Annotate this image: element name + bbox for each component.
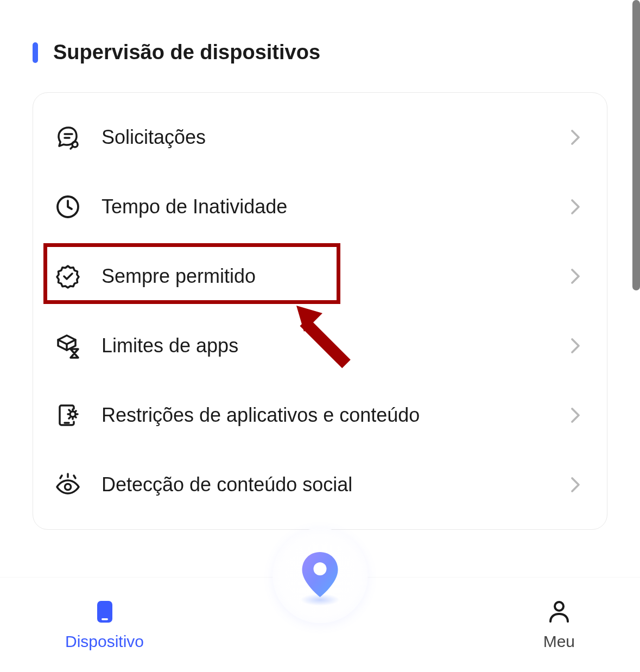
location-fab[interactable] bbox=[273, 528, 367, 623]
svg-point-15 bbox=[314, 562, 327, 575]
clock-icon bbox=[54, 193, 82, 221]
menu-item-content-restrictions[interactable]: Restrições de aplicativos e conteúdo bbox=[33, 381, 607, 450]
chevron-right-icon bbox=[570, 132, 581, 143]
menu-item-downtime[interactable]: Tempo de Inatividade bbox=[33, 172, 607, 242]
header-accent-marker bbox=[33, 42, 38, 63]
svg-point-14 bbox=[555, 602, 563, 611]
menu-item-requests[interactable]: Solicitações bbox=[33, 103, 607, 172]
nav-item-me[interactable]: Meu bbox=[543, 599, 575, 651]
eye-icon bbox=[54, 471, 82, 499]
supervision-menu-card: Solicitações Tempo de Inatividade Sempre… bbox=[33, 92, 607, 530]
person-icon bbox=[546, 599, 572, 625]
page-title: Supervisão de dispositivos bbox=[53, 41, 320, 64]
chevron-right-icon bbox=[570, 479, 581, 490]
chevron-right-icon bbox=[570, 271, 581, 282]
pin-shadow bbox=[301, 594, 340, 606]
menu-item-label: Tempo de Inatividade bbox=[102, 195, 570, 218]
cube-hourglass-icon bbox=[54, 332, 82, 360]
menu-item-label: Limites de apps bbox=[102, 334, 570, 357]
device-icon bbox=[92, 599, 118, 625]
svg-line-7 bbox=[60, 476, 62, 478]
nav-label: Dispositivo bbox=[65, 632, 144, 651]
svg-point-6 bbox=[65, 484, 71, 490]
section-header: Supervisão de dispositivos bbox=[0, 0, 640, 64]
svg-rect-13 bbox=[102, 618, 108, 620]
chat-key-icon bbox=[54, 123, 82, 151]
menu-item-app-limits[interactable]: Limites de apps bbox=[33, 311, 607, 381]
menu-item-label: Detecção de conteúdo social bbox=[102, 473, 570, 496]
chevron-right-icon bbox=[570, 340, 581, 351]
menu-item-label: Restrições de aplicativos e conteúdo bbox=[102, 404, 570, 427]
menu-item-label: Sempre permitido bbox=[102, 265, 570, 288]
svg-line-9 bbox=[74, 476, 75, 478]
nav-item-device[interactable]: Dispositivo bbox=[65, 599, 144, 651]
nav-label: Meu bbox=[543, 632, 575, 651]
chevron-right-icon bbox=[570, 410, 581, 421]
menu-item-label: Solicitações bbox=[102, 126, 570, 149]
menu-item-social-detection[interactable]: Detecção de conteúdo social bbox=[33, 450, 607, 519]
scrollbar[interactable] bbox=[632, 0, 640, 290]
menu-item-always-allowed[interactable]: Sempre permitido bbox=[33, 242, 607, 311]
chevron-right-icon bbox=[570, 201, 581, 212]
device-gear-icon bbox=[54, 401, 82, 429]
badge-check-icon bbox=[54, 262, 82, 290]
